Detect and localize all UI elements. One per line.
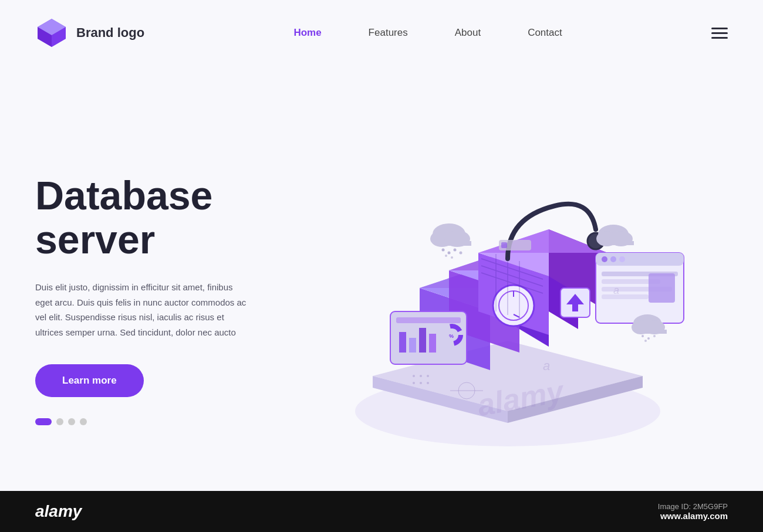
svg-point-65 xyxy=(653,335,656,337)
svg-point-66 xyxy=(644,340,647,342)
svg-point-38 xyxy=(610,256,616,262)
svg-point-71 xyxy=(427,375,429,377)
database-server-illustration: % xyxy=(326,124,690,452)
svg-rect-30 xyxy=(409,338,416,353)
nav-features[interactable]: Features xyxy=(369,27,408,39)
svg-rect-36 xyxy=(596,253,684,266)
svg-point-64 xyxy=(647,337,650,340)
svg-rect-58 xyxy=(606,241,634,245)
nav-home[interactable]: Home xyxy=(293,27,321,39)
svg-rect-32 xyxy=(429,334,436,353)
image-id: Image ID: 2M5G9FP xyxy=(658,502,728,511)
nav-contact[interactable]: Contact xyxy=(528,27,562,39)
svg-rect-31 xyxy=(419,328,426,353)
footer-info: Image ID: 2M5G9FP www.alamy.com xyxy=(658,502,728,521)
svg-point-53 xyxy=(445,255,447,257)
svg-point-51 xyxy=(454,248,457,251)
svg-point-39 xyxy=(619,256,625,262)
dot-1[interactable] xyxy=(35,418,52,425)
hero-title: Database server xyxy=(35,174,288,262)
logo-area: Brand logo xyxy=(35,16,144,49)
footer: alamy Image ID: 2M5G9FP www.alamy.com xyxy=(0,491,763,532)
svg-point-52 xyxy=(460,251,462,254)
alamy-url: www.alamy.com xyxy=(658,511,728,521)
svg-point-70 xyxy=(420,375,422,377)
hero-left: Database server Duis elit justo, digniss… xyxy=(35,150,288,426)
svg-point-37 xyxy=(602,256,607,262)
svg-point-50 xyxy=(448,251,451,254)
hero-illustration: % xyxy=(288,89,728,486)
svg-point-73 xyxy=(420,382,422,384)
svg-rect-44 xyxy=(649,273,675,303)
svg-rect-48 xyxy=(441,241,471,246)
dot-3[interactable] xyxy=(68,418,75,425)
svg-text:a: a xyxy=(543,358,550,373)
svg-point-49 xyxy=(442,248,445,251)
svg-text:%: % xyxy=(449,333,454,339)
header: Brand logo Home Features About Contact xyxy=(0,0,763,66)
learn-more-button[interactable]: Learn more xyxy=(35,364,144,397)
nav-about[interactable]: About xyxy=(455,27,481,39)
brand-logo-icon xyxy=(35,16,68,49)
dot-4[interactable] xyxy=(80,418,87,425)
svg-point-69 xyxy=(413,375,415,377)
svg-point-74 xyxy=(427,382,429,384)
dot-2[interactable] xyxy=(56,418,63,425)
pagination-dots xyxy=(35,418,288,425)
alamy-brand: alamy xyxy=(35,502,82,521)
svg-point-72 xyxy=(413,382,415,384)
hamburger-menu[interactable] xyxy=(711,28,728,39)
svg-point-54 xyxy=(451,256,453,259)
main-nav: Home Features About Contact xyxy=(293,27,562,39)
svg-rect-43 xyxy=(602,294,649,299)
svg-rect-29 xyxy=(399,332,406,353)
svg-point-63 xyxy=(642,335,644,337)
hero-description: Duis elit justo, dignissim in efficitur … xyxy=(35,280,247,340)
main-content: Database server Duis elit justo, digniss… xyxy=(0,66,763,486)
svg-rect-28 xyxy=(396,317,461,323)
svg-text:a: a xyxy=(613,284,619,296)
svg-rect-68 xyxy=(501,242,507,248)
svg-rect-62 xyxy=(641,330,667,334)
brand-logo-text: Brand logo xyxy=(76,25,144,40)
